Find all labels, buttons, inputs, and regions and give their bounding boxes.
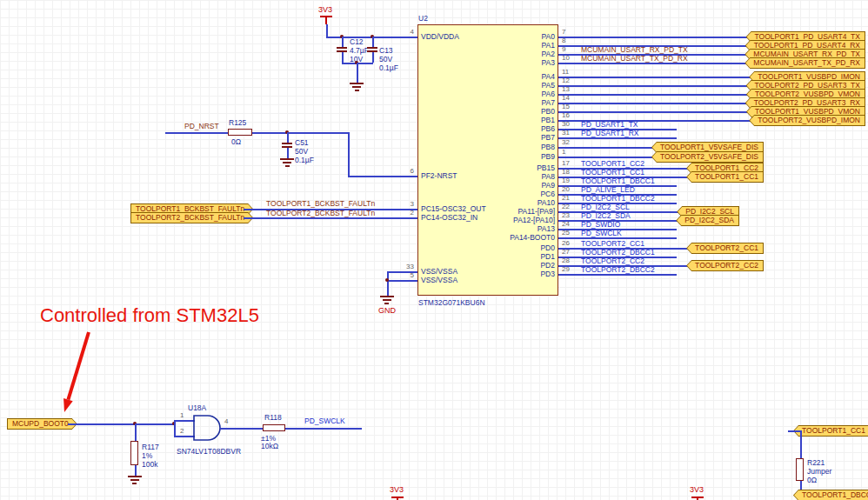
pin-number: 27	[562, 248, 570, 256]
net-label[interactable]: TOOLPORT2_CC1	[581, 239, 644, 248]
port-toolport1-cc1-edge[interactable]: TOOLPORT1_CC1	[793, 425, 868, 437]
pin-number: 15	[562, 103, 570, 110]
pin-name: PC6	[456, 190, 555, 198]
pin-number: 4	[224, 417, 228, 425]
resistor-ref: R221	[807, 458, 825, 467]
net-label[interactable]: TOOLPORT2_DBCC1	[581, 248, 655, 257]
wire	[558, 137, 677, 139]
power-port-3v3[interactable]: 3V3	[390, 485, 404, 494]
wire	[387, 271, 417, 273]
gnd-symbol[interactable]	[280, 158, 294, 160]
wire	[387, 280, 417, 282]
net-label[interactable]: MCUMAIN_USART_TX_PD_RX	[581, 54, 688, 63]
cap-rating: 50V	[379, 55, 392, 63]
schematic-port[interactable]: TOOLPORT1_CC1	[686, 171, 764, 183]
resistor-r118[interactable]	[263, 424, 285, 431]
annotation-text[interactable]: Controlled from STM32L5	[40, 304, 259, 327]
resistor-r221[interactable]	[796, 458, 804, 481]
capacitor-plate	[367, 47, 377, 49]
pin-number: 22	[562, 203, 570, 210]
wire	[174, 420, 195, 422]
net-label-pd-swclk[interactable]: PD_SWCLK	[304, 417, 345, 425]
wire	[800, 481, 802, 490]
wire	[135, 423, 137, 441]
wire	[387, 271, 389, 296]
wire	[252, 132, 348, 134]
pin-name: PB8	[456, 143, 555, 151]
cap-ref[interactable]: C51	[295, 138, 309, 147]
port-toolport1-dbcc1-edge[interactable]: TOOLPORT1_DBCC1	[793, 490, 868, 500]
port-bckbst-fault2[interactable]: TOOLPORT2_BCKBST_FAULTn	[130, 212, 253, 223]
schematic-port[interactable]: MCUMAIN_USART_TX_PD_RX	[744, 57, 865, 69]
gnd-symbol[interactable]	[380, 296, 394, 297]
gnd-bar	[283, 162, 291, 163]
cap-ref[interactable]: C12	[350, 37, 364, 46]
resistor-type: Jumper	[807, 467, 831, 476]
wire	[558, 103, 757, 104]
pin-number: 2	[180, 427, 184, 435]
pin-name: PD3	[456, 270, 555, 278]
net-label[interactable]: PD_USART1_TX	[581, 120, 638, 129]
gnd-symbol[interactable]	[350, 83, 364, 84]
wire	[558, 157, 661, 158]
annotation-arrow[interactable]	[50, 325, 103, 417]
pin-number: 20	[562, 185, 570, 193]
net-label[interactable]: PD_ALIVE_LED	[581, 185, 635, 194]
gnd-bar	[355, 90, 359, 91]
net-label-pd-nrst[interactable]: PD_NRST	[184, 122, 219, 130]
net-label[interactable]: PD_I2C2_SDA	[581, 211, 631, 220]
wire	[287, 148, 289, 158]
net-label[interactable]: PD_USART1_RX	[581, 129, 638, 137]
wire	[372, 52, 374, 63]
pin-name: PA4	[456, 72, 555, 81]
pin-number: 18	[562, 168, 570, 176]
power-port-3v3[interactable]: 3V3	[318, 5, 332, 14]
pin-number: 9	[562, 45, 565, 53]
resistor-ref: R118	[264, 413, 282, 422]
power-port-3v3[interactable]: 3V3	[690, 485, 704, 494]
cap-value: 0.1µF	[295, 156, 314, 164]
net-label[interactable]: PD_SWDIO	[581, 220, 620, 229]
net-label[interactable]: MCUMAIN_USART_RX_PD_TX	[581, 45, 688, 54]
resistor-r117[interactable]	[130, 441, 138, 465]
pin-number: 32	[562, 138, 570, 146]
net-label[interactable]: TOOLPORT1_DBCC2	[581, 194, 655, 203]
schematic-port[interactable]: TOOLPORT2_CC2	[686, 260, 764, 271]
net-label[interactable]: PD_I2C2_SCL	[581, 203, 630, 211]
gnd-bar	[132, 483, 137, 484]
wire	[558, 111, 757, 113]
wire	[174, 420, 176, 436]
pin-number: 14	[562, 94, 570, 102]
net-label[interactable]: TOOLPORT1_CC1	[581, 168, 644, 177]
net-label[interactable]: TOOLPORT2_CC2	[581, 257, 644, 265]
resistor-r125[interactable]	[228, 129, 252, 136]
gnd-symbol[interactable]	[128, 476, 142, 477]
wire	[558, 147, 661, 149]
net-label[interactable]: TOOLPORT2_DBCC2	[581, 265, 655, 274]
wire	[285, 428, 362, 430]
net-label[interactable]: TOOLPORT1_DBCC1	[581, 177, 655, 185]
wire	[558, 77, 757, 78]
pin-name: PD0	[456, 243, 555, 252]
net-label[interactable]: TOOLPORT2_BCKBST_FAULTn	[266, 209, 375, 217]
schematic-port[interactable]: TOOLPORT2_CC1	[686, 243, 764, 254]
pin-name: PA9	[456, 181, 555, 190]
pin-number: 12	[562, 77, 570, 84]
schematic-port[interactable]: TOOLPORT2_V5VSAFE_DIS	[651, 151, 764, 163]
wire	[68, 423, 175, 425]
pin-name: PB0	[456, 107, 555, 116]
pin-name: PA12-[PA10]	[456, 216, 555, 224]
schematic-port[interactable]: TOOLPORT2_VUSBPD_IMON	[749, 115, 865, 126]
net-label[interactable]: TOOLPORT1_CC2	[581, 159, 644, 168]
schematic-port[interactable]: PD_I2C2_SDA	[676, 215, 739, 226]
port-mcupd-boot0[interactable]: MCUPD_BOOT0	[7, 418, 77, 430]
pin-name: PA1	[456, 41, 555, 50]
net-label[interactable]: TOOLPORT1_BCKBST_FAULTn	[266, 199, 375, 208]
pin-number: 29	[562, 265, 570, 273]
pin-number: 7	[562, 28, 565, 36]
net-label[interactable]: PD_SWCLK	[581, 229, 622, 237]
capacitor-plate	[337, 47, 347, 49]
cap-ref[interactable]: C13	[379, 46, 393, 55]
pin-number: 28	[562, 257, 570, 264]
pin-name: PB1	[456, 116, 555, 124]
